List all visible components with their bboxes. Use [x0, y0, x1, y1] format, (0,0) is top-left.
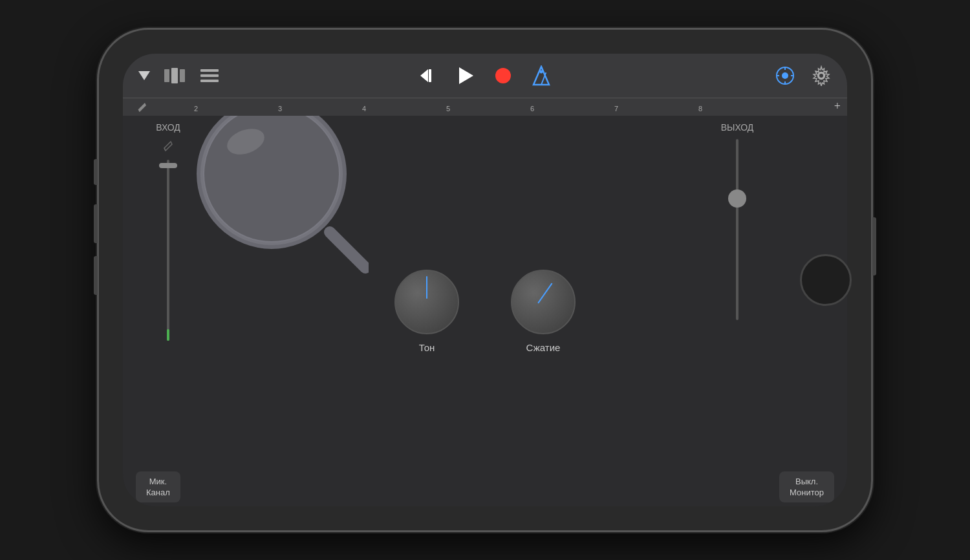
- svg-rect-3: [200, 69, 219, 72]
- output-fader-thumb[interactable]: [728, 189, 746, 208]
- input-section: ВХОД: [136, 116, 200, 506]
- monitor-button[interactable]: Выкл. Монитор: [779, 471, 834, 502]
- ruler-mark-8: 8: [698, 105, 702, 113]
- svg-point-14: [782, 72, 788, 79]
- output-section: ВЫХОД: [705, 116, 770, 506]
- knobs-area: Тон Сжатие: [323, 116, 647, 506]
- ruler-mark-7: 7: [614, 105, 618, 113]
- tone-knob-indicator: [426, 276, 427, 299]
- add-track-button[interactable]: +: [834, 100, 841, 113]
- list-view-button[interactable]: [197, 64, 222, 87]
- power-button[interactable]: [872, 217, 876, 275]
- svg-rect-7: [429, 69, 431, 82]
- svg-marker-23: [164, 142, 172, 151]
- mic-channel-button[interactable]: Мик. Канал: [136, 471, 180, 502]
- tone-knob-container: Тон: [394, 270, 459, 353]
- svg-marker-8: [459, 67, 473, 84]
- ruler: 2 3 4 5 6 7 8 +: [123, 98, 847, 116]
- compression-knob-label: Сжатие: [526, 342, 561, 353]
- svg-point-28: [224, 124, 268, 159]
- rewind-button[interactable]: [415, 64, 441, 87]
- input-level-indicator: [167, 329, 169, 341]
- ruler-mark-2: 2: [194, 105, 198, 113]
- svg-rect-4: [200, 74, 219, 77]
- input-label: ВХОД: [156, 122, 180, 133]
- ruler-mark-3: 3: [278, 105, 282, 113]
- input-fader-thumb[interactable]: [159, 163, 177, 168]
- svg-point-12: [540, 70, 543, 74]
- pencil-icon: [163, 139, 173, 152]
- svg-rect-1: [171, 68, 178, 83]
- record-button[interactable]: [490, 63, 516, 89]
- ruler-mark-5: 5: [446, 105, 450, 113]
- phone-frame: 2 3 4 5 6 7 8 + ВХОД: [97, 28, 873, 532]
- mic-label: Мик.: [149, 477, 167, 486]
- tempo-icon: [775, 65, 795, 86]
- rewind-icon: [418, 67, 438, 85]
- svg-rect-2: [180, 69, 185, 82]
- toolbar-right: [772, 63, 834, 89]
- ruler-mark-6: 6: [530, 105, 534, 113]
- toolbar-left: [136, 64, 222, 87]
- phone-screen: 2 3 4 5 6 7 8 + ВХОД: [123, 54, 847, 506]
- play-icon: [455, 66, 476, 85]
- metronome-button[interactable]: [528, 63, 555, 89]
- mute-button[interactable]: [94, 159, 98, 185]
- input-fader[interactable]: [167, 160, 169, 341]
- dropdown-arrow-icon: [138, 71, 150, 80]
- toolbar: [123, 54, 847, 98]
- compression-knob[interactable]: [511, 270, 576, 334]
- svg-line-11: [541, 73, 546, 85]
- off-label: Выкл.: [795, 477, 818, 486]
- ruler-mark-4: 4: [362, 105, 366, 113]
- svg-rect-0: [164, 69, 169, 82]
- dropdown-button[interactable]: [136, 69, 153, 83]
- tracks-view-icon: [163, 67, 186, 85]
- svg-line-24: [164, 148, 166, 151]
- home-button[interactable]: [800, 254, 852, 306]
- tone-knob-label: Тон: [419, 342, 435, 353]
- monitor-label: Монитор: [790, 488, 824, 497]
- gear-icon: [811, 65, 832, 86]
- svg-marker-6: [420, 69, 428, 82]
- main-content: ВХОД: [123, 116, 847, 506]
- tempo-button[interactable]: [772, 63, 798, 89]
- svg-rect-5: [200, 80, 219, 82]
- bottom-labels: Мик. Канал Выкл. Монитор: [123, 468, 847, 506]
- tone-knob[interactable]: [394, 270, 459, 334]
- output-label: ВЫХОД: [721, 122, 754, 133]
- svg-marker-10: [534, 67, 549, 85]
- svg-point-26: [203, 116, 340, 242]
- svg-point-9: [495, 68, 511, 83]
- channel-label: Канал: [146, 488, 170, 497]
- list-view-icon: [199, 67, 220, 85]
- record-icon: [493, 65, 513, 86]
- edit-icon[interactable]: [163, 139, 173, 155]
- ruler-marks: 2 3 4 5 6 7 8: [142, 98, 847, 114]
- svg-point-25: [200, 116, 343, 245]
- output-fader[interactable]: [736, 139, 738, 320]
- volume-up-button[interactable]: [94, 204, 98, 243]
- compression-knob-container: Сжатие: [511, 270, 576, 353]
- play-button[interactable]: [453, 63, 479, 88]
- compression-knob-indicator: [537, 283, 552, 303]
- settings-button[interactable]: [808, 63, 834, 89]
- svg-point-20: [819, 73, 824, 78]
- metronome-icon: [530, 65, 552, 86]
- transport-controls: [415, 63, 555, 89]
- volume-down-button[interactable]: [94, 256, 98, 295]
- tracks-view-button[interactable]: [160, 64, 189, 87]
